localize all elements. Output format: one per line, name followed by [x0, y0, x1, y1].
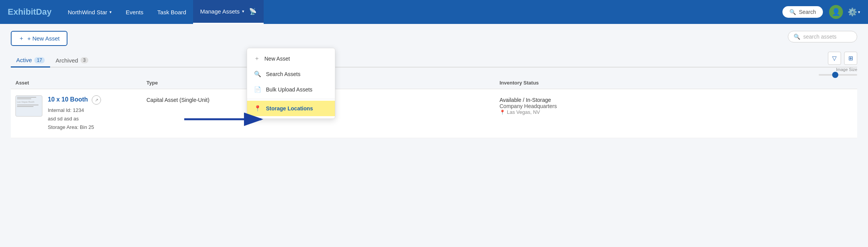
asset-type: Capital Asset (Single-Unit): [146, 97, 209, 103]
active-tab-count: 17: [34, 57, 45, 63]
asset-meta: Internal Id: 1234 asd sd asd as Storage …: [48, 106, 101, 132]
navbar: ExhibitDay NorthWind Star ▾ Events Task …: [0, 0, 868, 24]
status-cell: Available / In-Storage Company Headquart…: [500, 95, 853, 115]
asset-internal-id: Internal Id: 1234: [48, 106, 101, 115]
tab-archived[interactable]: Archived 3: [50, 54, 94, 67]
new-asset-plus-icon: ＋: [254, 55, 260, 62]
nav-org-name[interactable]: NorthWind Star ▾: [61, 0, 119, 24]
slider-thumb: [832, 72, 838, 78]
asset-cell: Las Vegas Booth 10 x 10 Booth ↗ Internal…: [15, 95, 146, 132]
dropdown-item-new-asset[interactable]: ＋ New Asset: [247, 51, 335, 66]
settings-button[interactable]: ⚙️ ▾: [848, 7, 860, 17]
settings-caret-icon: ▾: [858, 10, 860, 15]
nav-manage-assets[interactable]: Manage Assets ▾ 📡: [193, 0, 264, 24]
storage-locations-icon: 📍: [254, 105, 261, 112]
manage-assets-caret-icon: ▾: [242, 9, 244, 14]
dropdown-divider: [247, 99, 335, 99]
archived-tab-count: 3: [81, 57, 89, 63]
asset-storage: Storage Area: Bin 25: [48, 123, 101, 132]
search-input-icon: 🔍: [794, 34, 800, 40]
table-header: Asset Type Inventory Status: [11, 77, 857, 89]
asset-status-location: Company Headquarters: [500, 103, 853, 109]
col-header-asset: Asset: [15, 80, 146, 86]
grid-icon: ⊞: [848, 55, 853, 62]
cast-icon: 📡: [249, 8, 257, 15]
bulk-upload-icon: 📄: [254, 86, 261, 93]
asset-status-city: 📍 Las Vegas, NV: [500, 109, 853, 115]
filter-button[interactable]: ▽: [828, 52, 841, 65]
grid-view-button[interactable]: ⊞: [844, 52, 857, 65]
right-controls: ▽ ⊞ Image Size: [819, 52, 857, 76]
image-size-label: Image Size: [836, 67, 857, 72]
dropdown-item-storage-locations[interactable]: 📍 Storage Locations: [247, 101, 335, 116]
dropdown-item-bulk-upload[interactable]: 📄 Bulk Upload Assets: [247, 82, 335, 97]
dropdown-menu: ＋ New Asset 🔍 Search Assets 📄 Bulk Uploa…: [247, 48, 335, 119]
nav-events[interactable]: Events: [119, 0, 150, 24]
search-icon: 🔍: [789, 9, 796, 15]
nav-taskboard[interactable]: Task Board: [150, 0, 193, 24]
avatar[interactable]: 👤: [829, 5, 843, 19]
image-size-slider[interactable]: [819, 74, 857, 76]
table-row: Las Vegas Booth 10 x 10 Booth ↗ Internal…: [11, 89, 857, 138]
asset-status-main: Available / In-Storage: [500, 97, 853, 103]
top-right-controls: 🔍 search assets: [788, 31, 857, 42]
share-icon[interactable]: ↗: [92, 95, 101, 105]
filter-icon: ▽: [832, 55, 837, 62]
page-content: ＋ + New Asset 🔍 search assets Active 17 …: [0, 24, 868, 145]
asset-name-row: 10 x 10 Booth ↗: [48, 95, 101, 105]
brand-name-part2: Day: [36, 7, 51, 17]
gear-icon: ⚙️: [848, 7, 857, 17]
asset-table: Asset Type Inventory Status Las Vegas Bo…: [11, 77, 857, 138]
tab-active[interactable]: Active 17: [11, 54, 50, 68]
asset-thumbnail: Las Vegas Booth: [15, 95, 42, 117]
org-caret-icon: ▾: [109, 10, 112, 15]
plus-icon: ＋: [19, 35, 24, 42]
asset-name[interactable]: 10 x 10 Booth: [48, 96, 88, 103]
brand-name-part1: Exhibit: [8, 7, 36, 17]
pin-icon: 📍: [500, 110, 505, 115]
nav-right: 👤 ⚙️ ▾: [829, 5, 860, 19]
brand-logo[interactable]: ExhibitDay: [8, 7, 52, 17]
search-assets-icon: 🔍: [254, 71, 261, 78]
asset-info: 10 x 10 Booth ↗ Internal Id: 1234 asd sd…: [48, 95, 101, 132]
dropdown-item-search-assets[interactable]: 🔍 Search Assets: [247, 66, 335, 82]
search-assets-input[interactable]: 🔍 search assets: [788, 31, 857, 42]
new-asset-button[interactable]: ＋ + New Asset: [11, 31, 67, 46]
search-button[interactable]: 🔍 Search: [782, 6, 823, 18]
asset-description: asd sd asd as: [48, 115, 101, 123]
tabs-row: Active 17 Archived 3: [11, 54, 857, 68]
icon-button-row: ▽ ⊞: [828, 52, 857, 65]
col-header-status: Inventory Status: [500, 80, 853, 86]
